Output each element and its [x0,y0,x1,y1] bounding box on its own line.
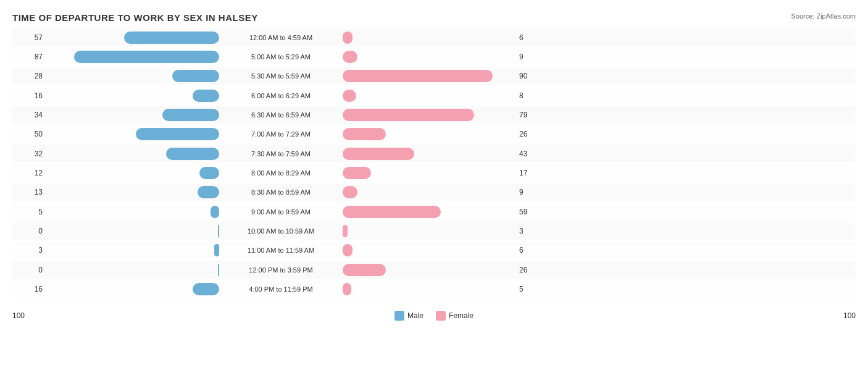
female-value: 17 [515,169,549,177]
male-bar [193,283,219,295]
chart-row: 32 7:30 AM to 7:59 AM 43 [12,145,856,162]
female-value: 5 [515,285,549,293]
female-bar [343,283,351,295]
female-bar-area [343,148,515,160]
male-bar-area [46,264,219,276]
male-value: 3 [12,246,46,255]
time-label: 12:00 PM to 3:59 PM [219,266,343,274]
male-bar-area [46,206,219,218]
male-value: 16 [12,285,46,293]
female-bar [343,51,357,63]
chart-row: 28 5:30 AM to 5:59 AM 90 [12,67,856,85]
female-bar [343,264,386,276]
female-value: 79 [515,111,549,119]
male-bar [124,32,219,44]
time-label: 7:30 AM to 7:59 AM [219,150,343,158]
male-value: 0 [12,227,46,235]
female-bar [343,244,353,256]
legend-male-box [394,311,404,321]
female-bar-area [343,264,515,276]
female-bar [343,90,356,102]
female-value: 26 [515,266,549,274]
male-bar [211,206,219,218]
male-bar-area [46,225,219,237]
chart-container: TIME OF DEPARTURE TO WORK BY SEX IN HALS… [0,0,868,367]
female-bar-area [343,128,515,140]
legend: Male Female [46,311,822,321]
male-bar [172,70,219,82]
legend-male-label: Male [407,311,424,320]
female-bar-area [343,90,515,102]
time-label: 5:30 AM to 5:59 AM [219,72,343,80]
male-value: 57 [12,33,46,42]
rows-container: 57 12:00 AM to 4:59 AM 6 87 5:00 AM to 5… [12,28,856,299]
male-bar [198,186,219,198]
male-bar [162,109,219,121]
time-label: 8:30 AM to 8:59 AM [219,188,343,196]
chart-area: 57 12:00 AM to 4:59 AM 6 87 5:00 AM to 5… [12,28,856,321]
female-bar-area [343,167,515,179]
male-bar [74,51,219,63]
male-value: 13 [12,188,46,196]
female-value: 6 [515,246,549,255]
female-bar-area [343,109,515,121]
female-bar-area [343,51,515,63]
chart-row: 34 6:30 AM to 6:59 AM 79 [12,106,856,124]
male-value: 50 [12,130,46,138]
female-value: 26 [515,130,549,138]
chart-row: 0 10:00 AM to 10:59 AM 3 [12,222,856,240]
chart-row: 16 6:00 AM to 6:29 AM 8 [12,87,856,104]
male-value: 12 [12,169,46,177]
female-bar-area [343,186,515,198]
time-label: 12:00 AM to 4:59 AM [219,34,343,41]
male-value: 32 [12,150,46,158]
male-bar [136,128,219,140]
male-bar-area [46,167,219,179]
male-bar-area [46,186,219,198]
chart-title: TIME OF DEPARTURE TO WORK BY SEX IN HALS… [12,12,856,23]
chart-row: 12 8:00 AM to 8:29 AM 17 [12,164,856,182]
female-bar [343,186,357,198]
time-label: 7:00 AM to 7:29 AM [219,130,343,138]
female-bar-area [343,206,515,218]
female-value: 6 [515,33,549,42]
chart-row: 57 12:00 AM to 4:59 AM 6 [12,29,856,46]
female-value: 3 [515,227,549,235]
female-bar [343,206,441,218]
axis-left-label: 100 [12,311,46,320]
legend-male: Male [394,311,424,321]
male-bar [214,244,219,256]
female-value: 9 [515,188,549,196]
time-label: 9:00 AM to 9:59 AM [219,208,343,216]
male-bar-area [46,128,219,140]
male-bar-area [46,148,219,160]
female-value: 43 [515,150,549,158]
chart-row: 0 12:00 PM to 3:59 PM 26 [12,261,856,279]
male-bar-area [46,51,219,63]
female-value: 9 [515,53,549,61]
legend-female: Female [436,311,474,321]
female-bar-area [343,244,515,256]
time-label: 6:30 AM to 6:59 AM [219,111,343,119]
chart-row: 13 8:30 AM to 8:59 AM 9 [12,184,856,201]
male-bar [166,148,219,160]
female-bar [343,148,414,160]
male-value: 28 [12,72,46,80]
source-text: Source: ZipAtlas.com [791,12,856,20]
female-bar-area [343,32,515,44]
chart-row: 50 7:00 AM to 7:29 AM 26 [12,125,856,143]
female-bar-area [343,70,515,82]
legend-female-box [436,311,446,321]
legend-female-label: Female [449,311,474,320]
female-bar [343,128,386,140]
male-value: 16 [12,91,46,100]
male-bar [199,167,219,179]
female-bar [343,225,348,237]
female-bar-area [343,283,515,295]
female-bar-area [343,225,515,237]
female-value: 8 [515,91,549,100]
male-bar [193,90,219,102]
time-label: 4:00 PM to 11:59 PM [219,285,343,293]
axis-right-label: 100 [822,311,856,320]
female-bar [343,32,353,44]
